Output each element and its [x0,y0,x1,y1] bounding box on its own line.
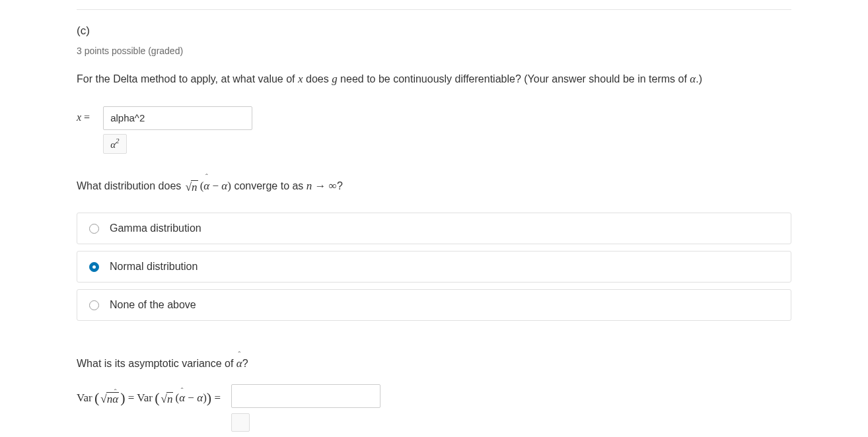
q1-answer-row: x = α2 [77,106,791,154]
q1-prompt: For the Delta method to apply, at what v… [77,71,791,88]
q3-preview-chip [231,413,250,432]
q2-option-label: None of the above [110,299,196,311]
q3-answer-input[interactable] [231,384,380,408]
q2-option-label: Normal distribution [110,261,198,273]
radio-icon [89,262,99,272]
q2-prompt: What distribution does √n (ˆα − α) conve… [77,178,791,195]
radio-icon [89,300,99,310]
q2-options: Gamma distribution Normal distribution N… [77,213,791,321]
q1-answer-label: x = [77,106,90,123]
section-divider [77,9,791,10]
part-heading: (c) [77,24,791,38]
points-possible-label: 3 points possible (graded) [77,46,791,56]
q2-option-gamma[interactable]: Gamma distribution [77,213,791,244]
q2-option-none[interactable]: None of the above [77,289,791,321]
math-var-g: g [332,73,338,85]
q2-option-label: Gamma distribution [110,222,201,234]
math-var-alpha: α [690,73,696,85]
q1-preview-chip: α2 [103,134,126,154]
q3-answer-row: Var (√nˆα) = Var (√n (ˆα − α)) = [77,384,791,432]
q3-answer-label: Var (√nˆα) = Var (√n (ˆα − α)) = [77,384,221,406]
q2-option-normal[interactable]: Normal distribution [77,251,791,283]
math-var-x: x [298,73,303,85]
q3-prompt: What is its asymptotic variance of ˆα? [77,355,791,372]
radio-icon [89,224,99,234]
q1-answer-input[interactable] [103,106,252,130]
